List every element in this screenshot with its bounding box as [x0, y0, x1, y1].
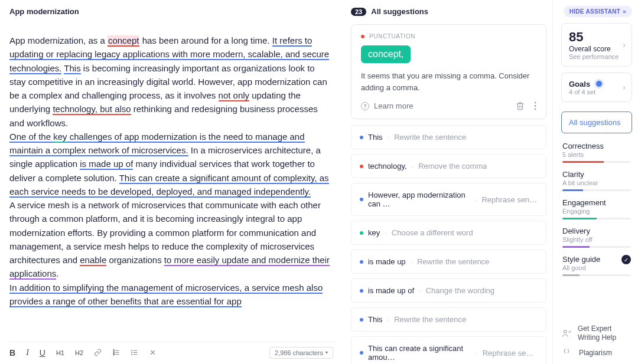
- suggestion-row[interactable]: is made up of·Change the wording: [351, 278, 546, 303]
- suggestion-description: It seems that you are missing a comma. C…: [361, 70, 536, 93]
- svg-point-13: [535, 105, 536, 107]
- learn-more-link[interactable]: Learn more: [374, 101, 413, 110]
- h2-button[interactable]: H2: [75, 349, 83, 356]
- text-run[interactable]: This: [64, 63, 80, 74]
- goals-title: Goals: [569, 80, 590, 88]
- editor-toolbar: B I U H1 H2 123 2,986 characters ▾: [9, 342, 333, 359]
- chevron-right-icon: ›: [623, 40, 626, 50]
- suggestions-title: All suggestions: [371, 7, 428, 16]
- svg-point-9: [132, 350, 132, 351]
- chevron-down-icon: ▾: [325, 350, 328, 355]
- editor-pane: App modernization App modernization, as …: [0, 0, 343, 364]
- filter-bar: [562, 274, 631, 276]
- clear-format-button[interactable]: [149, 349, 157, 356]
- plagiarism-icon: [561, 347, 573, 358]
- suggestion-term: key: [368, 228, 380, 237]
- filter-bar: [562, 189, 631, 191]
- suggestion-row[interactable]: This can create a significant amou…·Reph…: [351, 336, 546, 364]
- separator: ·: [388, 315, 390, 324]
- suggestion-term: This: [368, 315, 383, 324]
- text-run[interactable]: technology, but also: [53, 104, 131, 115]
- svg-point-10: [132, 352, 132, 353]
- filter-title: Correctness: [562, 142, 631, 150]
- expert-help-link[interactable]: Get Expert Writing Help: [561, 324, 632, 342]
- separator: ·: [411, 257, 413, 266]
- suggestion-row[interactable]: is made up·Rewrite the sentence: [351, 250, 546, 274]
- text-run[interactable]: not only: [219, 90, 250, 101]
- text-run[interactable]: In addition to simplifying the managemen…: [9, 283, 323, 307]
- bullet-list-button[interactable]: [131, 349, 138, 356]
- filter-list: All suggestions Correctness5 alertsClari…: [561, 112, 632, 280]
- separator: ·: [412, 162, 414, 170]
- text-run[interactable]: organizations: [106, 255, 164, 265]
- text-run[interactable]: App modernization, as a: [9, 35, 108, 45]
- suggestions-list: This·Rewrite the sentencetechnology,·Rem…: [351, 125, 546, 364]
- separator: ·: [476, 349, 478, 358]
- suggestion-row[interactable]: technology,·Remove the comma: [351, 154, 546, 178]
- bold-button[interactable]: B: [9, 348, 15, 358]
- suggestion-row[interactable]: However, app modernization can …·Rephras…: [351, 183, 546, 216]
- filter-bar: [562, 218, 631, 219]
- svg-point-11: [132, 354, 132, 355]
- filter-all-suggestions[interactable]: All suggestions: [561, 112, 632, 133]
- category-dot-icon: [360, 260, 363, 264]
- italic-button[interactable]: I: [26, 348, 29, 358]
- filter-title: Engagement: [562, 198, 631, 207]
- filter-sub: 5 alerts: [562, 151, 631, 158]
- text-run[interactable]: amount of: [232, 173, 271, 184]
- category-dot-icon: [360, 231, 363, 235]
- document-body[interactable]: App modernization, as a concept has been…: [9, 34, 333, 342]
- suggestion-hint: Choose a different word: [392, 228, 473, 237]
- chevron-right-icon: »: [623, 8, 626, 15]
- check-icon: ✓: [621, 255, 631, 264]
- text-run[interactable]: .: [56, 268, 58, 278]
- underline-button[interactable]: U: [40, 348, 45, 358]
- filter-title: Delivery: [562, 227, 631, 235]
- suggestion-row[interactable]: This·Rewrite the sentence: [351, 125, 546, 149]
- numbered-list-button[interactable]: 123: [112, 349, 120, 356]
- suggestion-category: PUNCTUATION: [369, 33, 415, 40]
- suggestion-expanded-card[interactable]: PUNCTUATION concept, It seems that you a…: [351, 24, 546, 119]
- score-label: Overall score: [569, 45, 624, 53]
- side-pane: HIDE ASSISTANT » 85 Overall score See pe…: [552, 0, 638, 364]
- text-run[interactable]: has been around for a long time.: [139, 35, 272, 45]
- filter-engagement[interactable]: EngagementEngaging: [561, 195, 632, 223]
- trash-icon[interactable]: [516, 101, 525, 110]
- suggestion-term: This: [368, 133, 383, 142]
- expert-help-label: Get Expert Writing Help: [578, 324, 632, 342]
- bottom-links: Get Expert Writing Help Plagiarism: [561, 319, 632, 358]
- svg-point-14: [535, 109, 536, 110]
- chevron-right-icon: ›: [623, 83, 626, 92]
- filter-clarity[interactable]: ClarityA bit unclear: [561, 166, 632, 195]
- filter-sub: Slightly off: [562, 236, 631, 243]
- filter-sub: Engaging: [562, 208, 631, 215]
- filter-bar: [562, 161, 631, 163]
- suggestion-hint: Rewrite the sentence: [394, 133, 466, 142]
- text-run[interactable]: is made up of: [80, 159, 133, 170]
- category-dot-icon: [360, 351, 363, 355]
- suggestion-row[interactable]: key·Choose a different word: [351, 221, 546, 245]
- hide-assistant-button[interactable]: HIDE ASSISTANT »: [564, 6, 632, 17]
- more-menu-icon[interactable]: [534, 101, 536, 110]
- suggestions-count-badge: 23: [351, 8, 366, 16]
- filter-bar: [562, 246, 631, 248]
- plagiarism-link[interactable]: Plagiarism: [561, 347, 632, 358]
- filter-correctness[interactable]: Correctness5 alerts: [561, 138, 632, 166]
- h1-button[interactable]: H1: [56, 349, 64, 356]
- character-count[interactable]: 2,986 characters ▾: [269, 347, 333, 359]
- filter-style-guide[interactable]: Style guide✓All good: [561, 251, 632, 280]
- text-run[interactable]: concept: [108, 35, 140, 47]
- text-run[interactable]: key: [53, 132, 67, 143]
- goals-box[interactable]: Goals 4 of 4 set ›: [561, 73, 632, 102]
- filter-delivery[interactable]: DeliverySlightly off: [561, 223, 632, 251]
- document-title[interactable]: App modernization: [9, 7, 333, 16]
- overall-score-box[interactable]: 85 Overall score See performance ›: [561, 23, 632, 67]
- link-button[interactable]: [94, 349, 102, 356]
- correction-chip[interactable]: concept,: [361, 45, 411, 63]
- text-run[interactable]: enable: [80, 255, 106, 266]
- goals-sub: 4 of 4 set: [569, 88, 624, 96]
- character-count-text: 2,986 characters: [275, 349, 323, 356]
- text-run[interactable]: One of the: [9, 132, 53, 143]
- text-run[interactable]: This can create a significant: [119, 173, 232, 184]
- suggestion-row[interactable]: This·Rewrite the sentence: [351, 307, 546, 332]
